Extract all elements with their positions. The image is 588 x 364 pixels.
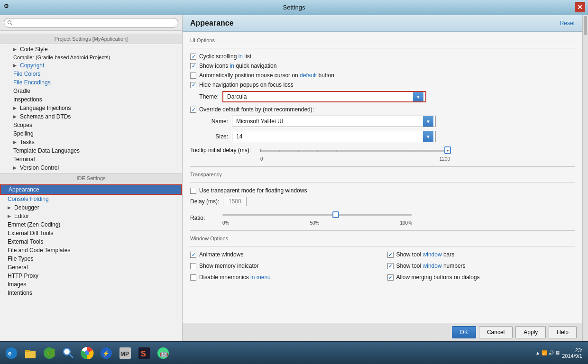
use-transparent-label: Use transparent mode for floating window… (199, 187, 307, 194)
taskbar-icon-folder[interactable] (21, 344, 40, 363)
disable-mnemonics-checkbox[interactable] (190, 274, 196, 281)
sidebar-item-label: Scopes (13, 122, 32, 128)
sidebar-item-version-control[interactable]: ▶ Version Control (0, 164, 182, 172)
font-size-label: Size: (200, 133, 228, 140)
use-transparent-checkbox[interactable] (190, 188, 196, 194)
sidebar-item-compiler[interactable]: Compiler (Gradle-based Android Projects) (0, 54, 182, 61)
arrow-icon: ▶ (13, 165, 18, 170)
sidebar-item-schemas[interactable]: ▶ Schemas and DTDs (0, 112, 182, 121)
sidebar-item-debugger[interactable]: ▶ Debugger (0, 203, 182, 212)
sidebar-item-intentions[interactable]: Intentions (0, 289, 182, 297)
show-tool-nums-checkbox[interactable] (387, 263, 394, 269)
override-fonts-checkbox[interactable] (190, 107, 196, 113)
reset-link[interactable]: Reset (560, 20, 575, 27)
font-size-row: Size: 14 ▼ (200, 131, 575, 142)
show-memory-checkbox[interactable] (190, 263, 196, 269)
sidebar-item-http-proxy[interactable]: HTTP Proxy (0, 272, 182, 280)
sidebar: Project Settings [MyApplication] ▶ Code … (0, 15, 183, 341)
system-clock: 23: 2014/9/1 (562, 347, 582, 359)
sidebar-item-gradle[interactable]: Gradle (0, 87, 182, 95)
scrollbar[interactable] (582, 15, 588, 341)
font-name-dropdown-button[interactable]: ▼ (423, 116, 433, 127)
sidebar-item-file-code-templates[interactable]: File and Code Templates (0, 246, 182, 255)
settings-window: ⚙ Settings ✕ Project Settings [MyApplica… (0, 0, 588, 364)
auto-cursor-row: Automatically position mouse cursor on d… (190, 72, 575, 79)
ratio-100: 100% (400, 220, 412, 226)
taskbar-icon-android[interactable]: 🤖 (154, 344, 173, 363)
sidebar-item-file-types[interactable]: File Types (0, 255, 182, 263)
show-tool-nums-label: Show tool window numbers (396, 263, 466, 269)
disable-mnemonics-row: Disable mnemonics in menu (190, 274, 378, 281)
sidebar-item-editor[interactable]: ▶ Editor (0, 212, 182, 220)
theme-value: Darcula (225, 93, 413, 100)
font-name-select[interactable]: Microsoft YaHei UI ▼ (232, 116, 436, 127)
theme-dropdown-button[interactable]: ▼ (413, 92, 423, 101)
taskbar-icon-mp[interactable]: MP (116, 344, 135, 363)
taskbar-icon-chrome[interactable] (78, 344, 97, 363)
search-input[interactable] (4, 18, 178, 27)
sidebar-item-images[interactable]: Images (0, 280, 182, 289)
help-button[interactable]: Help (549, 326, 577, 338)
close-button[interactable]: ✕ (575, 2, 585, 12)
show-icons-checkbox[interactable] (190, 63, 196, 69)
taskbar-icon-blue[interactable]: ⚡ (97, 344, 116, 363)
sidebar-item-scopes[interactable]: Scopes (0, 121, 182, 129)
sidebar-item-language-injections[interactable]: ▶ Language Injections (0, 104, 182, 112)
sidebar-item-spelling[interactable]: Spelling (0, 129, 182, 138)
sidebar-item-file-colors[interactable]: File Colors (0, 70, 182, 78)
sidebar-item-file-encodings[interactable]: File Encodings (0, 78, 182, 87)
delay-input[interactable] (223, 197, 247, 206)
tray-icons: ▲ 📶 🔊 🖥 (535, 350, 560, 355)
sidebar-item-terminal[interactable]: Terminal (0, 155, 182, 164)
animate-win-checkbox[interactable] (190, 252, 196, 258)
arrow-icon: ▶ (13, 106, 18, 110)
theme-select[interactable]: Darcula ▼ (222, 91, 426, 102)
taskbar-icon-editor[interactable]: S (135, 344, 154, 363)
sidebar-item-label: Language Injections (20, 105, 71, 111)
sidebar-item-label: Appearance (9, 186, 39, 193)
taskbar-icon-search[interactable] (59, 344, 78, 363)
override-fonts-label: Override default fonts by (not recommend… (199, 106, 314, 113)
sidebar-item-ext-tools[interactable]: External Tools (0, 237, 182, 246)
sidebar-item-copyright[interactable]: ▶ Copyright (0, 61, 182, 70)
font-size-dropdown-button[interactable]: ▼ (423, 131, 433, 142)
font-size-select[interactable]: 14 ▼ (232, 131, 436, 142)
auto-cursor-checkbox[interactable] (190, 73, 196, 79)
cyclic-scroll-checkbox[interactable] (190, 54, 196, 60)
sidebar-item-code-style[interactable]: ▶ Code Style (0, 45, 182, 54)
cancel-button[interactable]: Cancel (479, 326, 513, 338)
sidebar-item-emmet[interactable]: Emmet (Zen Coding) (0, 220, 182, 229)
arrow-icon: ▶ (13, 47, 18, 52)
ok-button[interactable]: OK (452, 326, 476, 338)
hide-nav-checkbox[interactable] (190, 82, 196, 88)
ui-options-label: UI Options (190, 37, 575, 43)
svg-text:⚡: ⚡ (102, 350, 110, 357)
divider3 (190, 182, 575, 182)
sidebar-item-console-folding[interactable]: Console Folding (0, 195, 182, 203)
hide-nav-row: Hide navigation popups on focus loss (190, 82, 575, 88)
allow-merge-checkbox[interactable] (387, 274, 394, 281)
sidebar-item-template-data[interactable]: Template Data Languages (0, 146, 182, 155)
bottom-bar: OK Cancel Apply Help (183, 323, 582, 341)
sidebar-item-inspections[interactable]: Inspections (0, 95, 182, 104)
show-tool-bars-checkbox[interactable] (387, 252, 394, 258)
divider5 (190, 246, 575, 246)
sidebar-item-label: Version Control (20, 164, 59, 171)
hide-nav-label: Hide navigation popups on focus loss (199, 82, 294, 88)
taskbar-icon-ie[interactable]: e (2, 344, 21, 363)
apply-button[interactable]: Apply (515, 326, 546, 338)
search-bar (0, 15, 182, 31)
ratio-50: 50% (310, 220, 319, 226)
clock-date: 2014/9/1 (562, 353, 582, 359)
taskbar-icon-leaf[interactable]: 🌿 (40, 344, 59, 363)
sidebar-item-tasks[interactable]: ▶ Tasks (0, 138, 182, 146)
ratio-0: 0% (222, 220, 229, 226)
sidebar-item-ext-diff[interactable]: External Diff Tools (0, 229, 182, 237)
svg-line-7 (69, 354, 73, 358)
delay-row: Delay (ms): (190, 197, 575, 206)
sidebar-item-label: External Tools (8, 238, 43, 245)
sidebar-item-label: File and Code Templates (8, 247, 71, 254)
ide-section-header: IDE Settings (0, 173, 182, 183)
sidebar-item-general[interactable]: General (0, 263, 182, 272)
sidebar-item-appearance[interactable]: Appearance (0, 184, 182, 195)
